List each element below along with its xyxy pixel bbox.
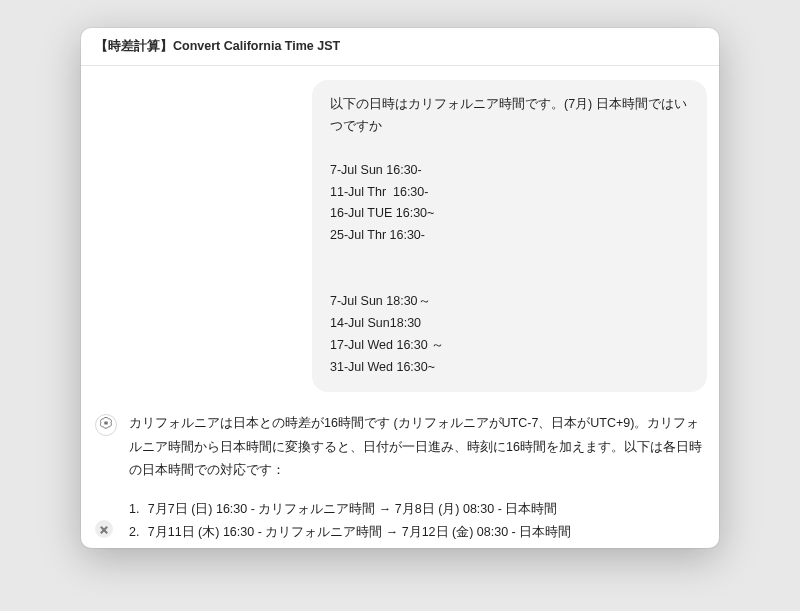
list-item: 7月7日 (日) 16:30 - カリフォルニア時間 → 7月8日 (月) 08… [129,498,707,521]
user-message-row: 以下の日時はカリフォルニア時間です。(7月) 日本時間ではいつですか 7-Jul… [95,80,707,392]
user-message-bubble: 以下の日時はカリフォルニア時間です。(7月) 日本時間ではいつですか 7-Jul… [312,80,707,392]
assistant-conversion-list: 7月7日 (日) 16:30 - カリフォルニア時間 → 7月8日 (月) 08… [129,498,707,548]
assistant-message-row: カリフォルニアは日本との時差が16時間です (カリフォルニアがUTC-7、日本が… [95,412,707,548]
assistant-avatar [95,414,117,436]
close-icon [100,520,108,538]
close-button[interactable] [95,520,113,538]
assistant-intro-text: カリフォルニアは日本との時差が16時間です (カリフォルニアがUTC-7、日本が… [129,412,707,481]
content-wrapper: 以下の日時はカリフォルニア時間です。(7月) 日本時間ではいつですか 7-Jul… [81,66,719,548]
title-bar: 【時差計算】Convert California Time JST [81,28,719,66]
window-title: 【時差計算】Convert California Time JST [95,38,340,55]
conversation-scroll[interactable]: 以下の日時はカリフォルニア時間です。(7月) 日本時間ではいつですか 7-Jul… [81,66,719,548]
openai-logo-icon [99,416,113,434]
chat-window: 【時差計算】Convert California Time JST 以下の日時は… [81,28,719,548]
list-item: 7月11日 (木) 16:30 - カリフォルニア時間 → 7月12日 (金) … [129,521,707,544]
assistant-message-content: カリフォルニアは日本との時差が16時間です (カリフォルニアがUTC-7、日本が… [129,412,707,548]
list-item: 7月16日 (火) 16:30 - カリフォルニア時間 → 7月17日 (水) … [129,544,707,548]
